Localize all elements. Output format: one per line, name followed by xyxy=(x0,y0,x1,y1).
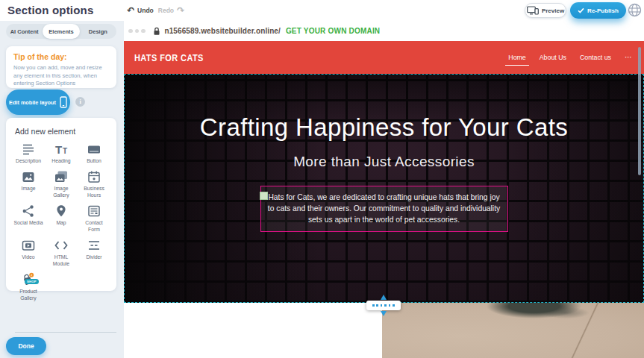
tip-of-the-day-card: Tip of the day: Now you can add, move an… xyxy=(6,46,116,88)
divider-icon xyxy=(87,238,101,253)
site-url[interactable]: n1566589.websitebuilder.online/ xyxy=(165,27,281,35)
image-icon xyxy=(21,169,36,184)
redo-icon: ↷ xyxy=(177,6,184,15)
app-window: Section options ↶ Undo Redo ↷ Preview R xyxy=(0,0,644,358)
preview-label: Preview xyxy=(542,7,564,14)
resize-grip[interactable] xyxy=(366,301,401,310)
site-preview-pane: n1566589.websitebuilder.online/ GET YOUR… xyxy=(124,21,644,358)
add-new-element-title: Add new element xyxy=(15,127,107,136)
element-map[interactable]: Map xyxy=(45,204,78,233)
info-icon-glyph: i xyxy=(79,98,81,105)
done-button[interactable]: Done xyxy=(6,337,46,355)
next-section-photo xyxy=(382,303,644,358)
devices-icon xyxy=(527,6,539,15)
html-module-icon xyxy=(54,238,69,253)
element-image[interactable]: Image xyxy=(12,169,45,198)
redo-button[interactable]: Redo ↷ xyxy=(158,6,184,15)
element-label: Video xyxy=(22,254,34,260)
resize-arrow-down-icon xyxy=(381,311,387,316)
hero-subtitle[interactable]: More than Just Accessories xyxy=(124,154,644,170)
top-toolbar: Section options ↶ Undo Redo ↷ Preview R xyxy=(0,0,644,21)
svg-text:T: T xyxy=(55,143,62,156)
edit-mobile-layout-button[interactable]: Edit mobile layout xyxy=(6,90,70,115)
tab-elements[interactable]: Elements xyxy=(43,24,79,39)
element-heading[interactable]: T T Heading xyxy=(45,142,78,164)
edit-mobile-label: Edit mobile layout xyxy=(9,99,56,106)
tab-design[interactable]: Design xyxy=(80,24,116,39)
sidebar-tabbar: AI Content Elements Design xyxy=(6,24,116,39)
undo-button[interactable]: ↶ Undo xyxy=(127,6,154,15)
preview-button[interactable]: Preview xyxy=(525,3,566,18)
map-icon xyxy=(54,204,69,219)
element-drag-handle[interactable] xyxy=(260,192,268,200)
site-header: HATS FOR CATS Home About Us Contact us ⋯ xyxy=(124,41,644,74)
element-image-gallery[interactable]: Image Gallery xyxy=(45,169,78,198)
browser-dot xyxy=(135,29,140,34)
sidebar-divider xyxy=(15,332,116,333)
next-section-left xyxy=(124,303,382,358)
site-logo[interactable]: HATS FOR CATS xyxy=(134,52,204,63)
site-nav: Home About Us Contact us ⋯ xyxy=(508,41,632,74)
shop-badge: SHOP xyxy=(25,279,39,284)
hero-paragraph: Hats for Cats, we are dedicated to craft… xyxy=(268,192,501,226)
check-icon xyxy=(578,7,584,13)
element-html-module[interactable]: HTML Module xyxy=(45,238,78,267)
element-label: Button xyxy=(87,158,101,164)
hero-text-box-selected[interactable]: Hats for Cats, we are dedicated to craft… xyxy=(260,186,508,232)
resize-grip-dashes xyxy=(372,304,395,307)
language-globe-button[interactable] xyxy=(628,3,642,17)
element-grid: Description T T Heading Button xyxy=(12,142,110,301)
element-label: Divider xyxy=(86,254,101,260)
mobile-phone-icon xyxy=(60,96,67,108)
hero-title[interactable]: Crafting Happiness for Your Cats xyxy=(124,111,644,144)
browser-dot xyxy=(141,29,146,34)
tip-title: Tip of the day: xyxy=(13,52,109,61)
element-label: Social Media xyxy=(14,220,43,226)
element-label: Image Gallery xyxy=(46,186,76,198)
republish-button[interactable]: Re-Publish xyxy=(570,2,626,19)
resize-arrow-up-icon xyxy=(381,295,387,300)
element-video[interactable]: Video xyxy=(12,238,45,267)
browser-dot xyxy=(128,29,133,34)
page-title: Section options xyxy=(7,4,94,16)
element-contact-form[interactable]: Contact Form xyxy=(78,204,110,233)
tab-design-label: Design xyxy=(89,28,107,35)
info-icon[interactable]: i xyxy=(75,97,85,107)
element-label: HTML Module xyxy=(46,254,76,267)
tab-ai-content-label: AI Content xyxy=(10,28,39,35)
redo-label: Redo xyxy=(158,7,174,14)
browser-bar: n1566589.websitebuilder.online/ GET YOUR… xyxy=(124,21,644,41)
nav-home[interactable]: Home xyxy=(508,51,525,64)
tab-elements-label: Elements xyxy=(49,28,73,35)
product-gallery-icon: SHOP xyxy=(21,272,36,287)
globe-icon xyxy=(628,3,642,17)
button-icon xyxy=(87,142,101,157)
element-business-hours[interactable]: Business Hours xyxy=(78,169,110,198)
republish-label: Re-Publish xyxy=(587,7,619,14)
element-description[interactable]: Description xyxy=(12,142,45,164)
element-button[interactable]: Button xyxy=(78,142,110,164)
element-divider[interactable]: Divider xyxy=(78,238,110,267)
tab-ai-content[interactable]: AI Content xyxy=(6,24,43,39)
nav-contact-us[interactable]: Contact us xyxy=(580,51,611,64)
section-resize-handle[interactable] xyxy=(366,295,401,320)
svg-text:T: T xyxy=(63,147,67,155)
get-own-domain-link[interactable]: GET YOUR OWN DOMAIN xyxy=(286,27,380,35)
contact-form-icon xyxy=(87,204,101,219)
hero-section-selected[interactable]: Crafting Happiness for Your Cats More th… xyxy=(124,74,644,303)
business-hours-icon xyxy=(87,169,101,184)
nav-about-us[interactable]: About Us xyxy=(540,51,566,64)
element-label: Description xyxy=(16,158,41,164)
element-product-gallery[interactable]: SHOP Product Gallery xyxy=(12,272,45,301)
element-label: Heading xyxy=(51,158,70,164)
element-social-media[interactable]: Social Media xyxy=(12,204,45,233)
element-label: Image xyxy=(22,186,36,192)
element-label: Product Gallery xyxy=(13,289,43,301)
nav-more-icon[interactable]: ⋯ xyxy=(625,54,632,61)
undo-redo-group: ↶ Undo Redo ↷ xyxy=(127,0,184,21)
tip-body: Now you can add, move and resize any ele… xyxy=(13,64,109,88)
done-label: Done xyxy=(18,342,34,350)
preview-scrollbar-thumb[interactable] xyxy=(638,47,641,175)
video-icon xyxy=(21,238,36,253)
social-media-icon xyxy=(21,204,36,219)
